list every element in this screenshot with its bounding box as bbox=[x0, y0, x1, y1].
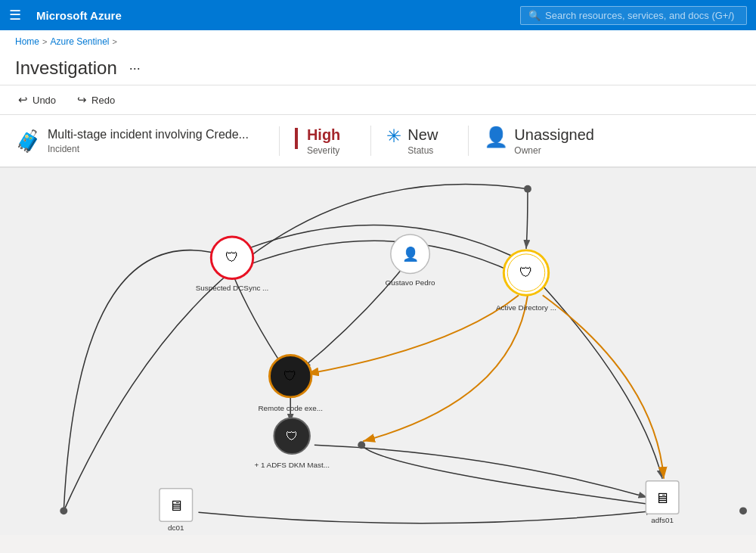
svg-text:Suspected DCSync ...: Suspected DCSync ... bbox=[196, 284, 269, 292]
redo-icon: ↪ bbox=[77, 93, 87, 107]
svg-text:🛡: 🛡 bbox=[225, 250, 239, 265]
breadcrumb-home[interactable]: Home bbox=[15, 36, 39, 47]
status-icon: ✳ bbox=[386, 126, 401, 147]
svg-text:Remote code exe...: Remote code exe... bbox=[258, 404, 323, 412]
incident-info: Multi-stage incident involving Crede... … bbox=[48, 127, 249, 154]
incident-bar: 🧳 Multi-stage incident involving Crede..… bbox=[0, 115, 756, 168]
svg-rect-2 bbox=[4, 168, 752, 535]
hamburger-icon[interactable]: ☰ bbox=[9, 7, 21, 23]
severity-info: High Severity bbox=[307, 126, 340, 156]
incident-icon: 🧳 bbox=[15, 129, 42, 154]
svg-text:👤: 👤 bbox=[402, 246, 420, 263]
nav-title: Microsoft Azure bbox=[29, 9, 513, 22]
breadcrumb-sep1: > bbox=[42, 37, 47, 46]
svg-text:🛡: 🛡 bbox=[519, 265, 533, 280]
severity-bar bbox=[295, 128, 298, 149]
incident-type-label: Incident bbox=[48, 144, 249, 154]
undo-label: Undo bbox=[33, 95, 56, 106]
dot-tr bbox=[524, 185, 531, 193]
owner-value: Unassigned bbox=[514, 126, 594, 144]
svg-text:🖥: 🖥 bbox=[655, 489, 670, 506]
severity-value: High bbox=[307, 126, 340, 144]
svg-text:🖥: 🖥 bbox=[169, 497, 184, 514]
svg-text:Gustavo Pedro: Gustavo Pedro bbox=[386, 278, 435, 287]
page-header: Investigation ··· bbox=[0, 53, 756, 85]
svg-text:🛡: 🛡 bbox=[286, 430, 298, 443]
svg-text:+ 1 ADFS DKM Mast...: + 1 ADFS DKM Mast... bbox=[254, 461, 330, 469]
owner-info: Unassigned Owner bbox=[514, 126, 594, 156]
status-info: New Status bbox=[407, 126, 438, 156]
toolbar: ↩ Undo ↪ Redo bbox=[0, 85, 756, 115]
undo-icon: ↩ bbox=[18, 93, 28, 107]
breadcrumb: Home > Azure Sentinel > bbox=[0, 30, 756, 53]
svg-text:dc01: dc01 bbox=[168, 523, 184, 532]
investigation-graph: 🛡 Suspected DCSync ... 👤 Gustavo Pedro 🛡… bbox=[0, 168, 756, 535]
status-label: Status bbox=[407, 145, 438, 156]
page-title: Investigation bbox=[15, 57, 117, 79]
owner-label: Owner bbox=[514, 145, 594, 156]
graph-area[interactable]: 🛡 Suspected DCSync ... 👤 Gustavo Pedro 🛡… bbox=[0, 168, 756, 535]
search-input[interactable] bbox=[545, 10, 739, 21]
incident-item[interactable]: 🧳 Multi-stage incident involving Crede..… bbox=[15, 127, 279, 154]
top-nav: ☰ Microsoft Azure 🔍 bbox=[0, 0, 756, 30]
incident-title: Multi-stage incident involving Crede... bbox=[48, 127, 249, 141]
owner-icon: 👤 bbox=[484, 126, 508, 149]
dot-mid bbox=[358, 441, 365, 449]
owner-item: 👤 Unassigned Owner bbox=[468, 126, 624, 156]
status-item: ✳ New Status bbox=[370, 126, 468, 156]
breadcrumb-sep2: > bbox=[113, 37, 117, 46]
svg-text:Active Directory ...: Active Directory ... bbox=[496, 303, 556, 312]
ellipsis-button[interactable]: ··· bbox=[126, 59, 144, 78]
undo-button[interactable]: ↩ Undo bbox=[15, 92, 59, 108]
search-bar: 🔍 bbox=[520, 6, 747, 25]
redo-button[interactable]: ↪ Redo bbox=[74, 92, 118, 108]
severity-label: Severity bbox=[307, 145, 340, 156]
dot-br bbox=[739, 507, 747, 514]
dot-bl bbox=[60, 507, 67, 514]
svg-text:🛡: 🛡 bbox=[284, 368, 297, 384]
breadcrumb-sentinel[interactable]: Azure Sentinel bbox=[50, 36, 109, 47]
severity-item: High Severity bbox=[279, 126, 370, 156]
redo-label: Redo bbox=[91, 95, 115, 106]
svg-text:adfs01: adfs01 bbox=[651, 516, 674, 524]
search-icon: 🔍 bbox=[528, 10, 541, 21]
status-value: New bbox=[407, 126, 438, 144]
